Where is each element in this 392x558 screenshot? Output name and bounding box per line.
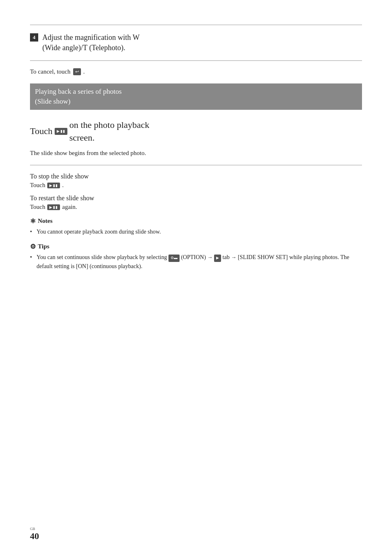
- stop-prefix: Touch: [30, 182, 45, 189]
- tab-icon: ▶: [214, 255, 221, 262]
- cancel-line: To cancel, touch ↩ .: [30, 68, 362, 75]
- slideshow-icon-restart: ▶ ▮▮: [47, 204, 60, 210]
- play-symbol-restart: ▶: [49, 205, 52, 209]
- arrow-2: →: [231, 254, 236, 260]
- page-label: GB: [30, 527, 35, 531]
- step-divider: [30, 60, 362, 61]
- stop-suffix: .: [62, 182, 64, 189]
- page-content: 4 Adjust the magnification with W(Wide a…: [0, 0, 392, 295]
- main-instr-prefix: Touch: [30, 125, 53, 138]
- pause-symbol-stop: ▮▮: [53, 183, 58, 188]
- tips-title-block: ⚙ Tips: [30, 243, 362, 250]
- step-4-text: Adjust the magnification with W(Wide ang…: [42, 32, 140, 53]
- tips-text-2: (OPTION): [181, 254, 207, 260]
- restart-title: To restart the slide show: [30, 194, 362, 202]
- stop-instruction: Touch ▶ ▮▮ .: [30, 182, 362, 189]
- slide-show-description: The slide show begins from the selected …: [30, 148, 362, 158]
- cancel-prefix: To cancel, touch: [30, 68, 71, 75]
- notes-item-1: You cannot operate playback zoom during …: [30, 227, 362, 236]
- restart-prefix: Touch: [30, 204, 45, 211]
- main-instruction: Touch ▶ ▮▮ on the photo playbackscreen.: [30, 119, 362, 144]
- step-number-4: 4: [30, 33, 38, 42]
- slideshow-icon-stop: ▶ ▮▮: [47, 183, 60, 188]
- tips-text-3: tab: [223, 254, 231, 260]
- notes-section: ⚛ Notes You cannot operate playback zoom…: [30, 217, 362, 236]
- restart-suffix: again.: [62, 204, 77, 211]
- restart-instruction: Touch ▶ ▮▮ again.: [30, 204, 362, 211]
- notes-icon: ⚛: [30, 217, 36, 225]
- slideshow-icon-main: ▶ ▮▮: [55, 128, 67, 135]
- step-4-block: 4 Adjust the magnification with W(Wide a…: [30, 32, 362, 53]
- stop-title: To stop the slide show: [30, 173, 362, 180]
- section-header: Playing back a series of photos(Slide sh…: [30, 83, 362, 110]
- tips-label: Tips: [38, 243, 49, 250]
- cancel-period: .: [83, 68, 85, 75]
- page-number: 40: [30, 531, 39, 542]
- tips-icon: ⚙: [30, 243, 36, 250]
- option-icon: ⚙▬: [168, 255, 180, 262]
- tips-section: ⚙ Tips You can set continuous slide show…: [30, 243, 362, 271]
- play-symbol: ▶: [57, 129, 60, 134]
- back-icon: ↩: [73, 68, 81, 75]
- page-footer: GB 40: [30, 527, 39, 542]
- notes-title-block: ⚛ Notes: [30, 217, 362, 225]
- notes-label: Notes: [38, 218, 53, 225]
- pause-symbol: ▮▮: [60, 129, 65, 134]
- top-divider: [30, 25, 362, 25]
- tips-item-1: You can set continuous slide show playba…: [30, 253, 362, 271]
- tips-text-1: You can set continuous slide show playba…: [37, 254, 168, 260]
- mid-divider: [30, 165, 362, 165]
- arrow-1: →: [208, 254, 213, 260]
- main-instr-suffix: on the photo playbackscreen.: [69, 119, 150, 144]
- play-symbol-stop: ▶: [49, 183, 52, 188]
- pause-symbol-restart: ▮▮: [53, 205, 58, 209]
